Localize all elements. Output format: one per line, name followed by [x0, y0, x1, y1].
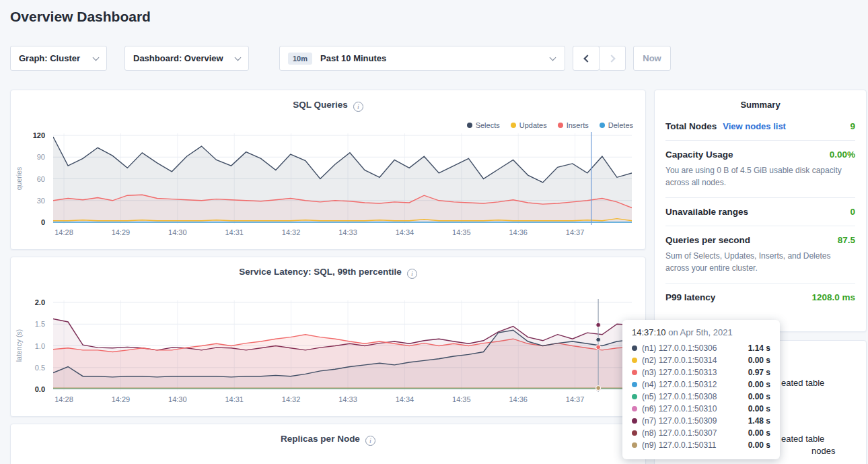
time-range-badge: 10m — [288, 53, 312, 65]
event-item-fragment[interactable]: nodes — [811, 446, 835, 456]
graph-dropdown-label: Graph: Cluster — [19, 53, 80, 63]
chevron-down-icon — [93, 54, 100, 61]
dashboard-dropdown-label: Dashboard: Overview — [133, 53, 223, 63]
time-range-dropdown[interactable]: 10m Past 10 Minutes — [279, 46, 565, 71]
tooltip-row: (n2) 127.0.0.1:503140.00 s — [632, 354, 770, 366]
y-tick-label: 2.0 — [21, 298, 45, 306]
time-prev-button[interactable] — [573, 46, 600, 71]
graph-dropdown[interactable]: Graph: Cluster — [10, 46, 107, 71]
x-tick-label: 14:31 — [225, 395, 244, 403]
series-dot — [632, 370, 637, 375]
legend-dot — [467, 123, 472, 128]
p99-latency-label: P99 latency — [665, 292, 715, 302]
tooltip-date: on Apr 5th, 2021 — [666, 327, 733, 337]
overview-dashboard-page: Overview Dashboard Graph: Cluster Dashbo… — [0, 0, 868, 464]
chevron-right-icon — [608, 55, 615, 62]
now-button[interactable]: Now — [633, 46, 671, 71]
chevron-down-icon — [235, 54, 242, 61]
tooltip-row: (n4) 127.0.0.1:503120.00 s — [632, 378, 770, 391]
summary-row-capacity: Capacity Usage 0.00% You are using 0 B o… — [665, 141, 855, 198]
chart-hover-tooltip: 14:37:10 on Apr 5th, 2021 (n1) 127.0.0.1… — [622, 320, 780, 459]
series-dot — [632, 345, 637, 351]
x-tick-label: 14:33 — [338, 395, 357, 403]
tooltip-row: (n5) 127.0.0.1:503080.00 s — [632, 391, 770, 403]
x-tick-label: 14:32 — [282, 228, 301, 236]
qps-label: Queries per second — [665, 235, 750, 245]
service-latency-chart[interactable] — [53, 299, 632, 392]
tooltip-row: (n3) 127.0.0.1:503130.97 s — [632, 366, 770, 378]
x-tick-label: 14:34 — [396, 228, 414, 236]
legend-dot — [558, 123, 563, 128]
x-tick-label: 14:28 — [55, 395, 73, 403]
time-next-button[interactable] — [599, 46, 626, 71]
x-tick-label: 14:35 — [452, 395, 471, 403]
series-dot — [632, 358, 637, 363]
summary-row-p99-latency: P99 latency 1208.0 ms — [665, 284, 855, 311]
tooltip-header: 14:37:10 on Apr 5th, 2021 — [632, 327, 770, 337]
x-tick-label: 14:35 — [452, 228, 471, 236]
x-axis-labels: 14:2814:2914:3014:3114:3214:3314:3414:35… — [53, 228, 632, 239]
series-dot — [632, 430, 637, 436]
page-title: Overview Dashboard — [10, 9, 151, 25]
x-axis-labels: 14:2814:2914:3014:3114:3214:3314:3414:35… — [53, 395, 632, 406]
tooltip-row: (n6) 127.0.0.1:503100.00 s — [632, 403, 770, 415]
event-item-fragment[interactable]: eated table — [781, 434, 824, 444]
x-tick-label: 14:37 — [566, 228, 585, 236]
x-tick-label: 14:32 — [282, 395, 301, 403]
summary-row-unavailable-ranges: Unavailable ranges 0 — [665, 198, 855, 226]
summary-heading: Summary — [665, 100, 855, 110]
tooltip-row: (n8) 127.0.0.1:503070.00 s — [632, 427, 770, 439]
x-tick-label: 14:29 — [112, 228, 131, 236]
tooltip-time: 14:37:10 — [632, 327, 666, 337]
sql-queries-chart[interactable] — [53, 132, 632, 225]
x-tick-label: 14:33 — [338, 228, 357, 236]
y-tick-label: 1.5 — [21, 320, 45, 328]
legend-item: Inserts — [558, 121, 589, 129]
y-tick-label: 0.5 — [21, 364, 45, 372]
legend-item: Deletes — [600, 121, 633, 129]
chevron-down-icon — [550, 54, 556, 61]
x-tick-label: 14:30 — [168, 228, 187, 236]
x-tick-label: 14:36 — [509, 395, 528, 403]
total-nodes-label: Total Nodes — [665, 121, 717, 131]
total-nodes-value: 9 — [850, 121, 855, 131]
series-dot — [632, 382, 637, 387]
event-item-fragment[interactable]: eated table — [781, 378, 824, 388]
info-icon[interactable]: i — [407, 269, 417, 279]
view-nodes-list-link[interactable]: View nodes list — [723, 121, 786, 131]
qps-description: Sum of Selects, Updates, Inserts, and De… — [665, 250, 855, 274]
service-latency-chart-panel: Service Latency: SQL, 99th percentilei l… — [10, 257, 646, 417]
chart-title: Service Latency: SQL, 99th percentilei — [11, 267, 645, 279]
unavailable-ranges-value: 0 — [850, 207, 855, 217]
chart-legend: Selects Updates Inserts Deletes — [467, 121, 633, 129]
tooltip-row: (n1) 127.0.0.1:503061.14 s — [632, 342, 770, 354]
legend-item: Selects — [467, 121, 500, 129]
now-button-label: Now — [643, 53, 661, 63]
x-tick-label: 14:36 — [509, 228, 528, 236]
legend-dot — [511, 123, 516, 128]
capacity-usage-label: Capacity Usage — [665, 150, 733, 160]
x-tick-label: 14:31 — [225, 228, 244, 236]
info-icon[interactable]: i — [353, 102, 363, 112]
chevron-left-icon — [583, 55, 591, 62]
y-tick-label: 0.0 — [21, 385, 45, 393]
chart-title: Replicas per Nodei — [11, 434, 645, 446]
sql-queries-chart-panel: SQL Queriesi Selects Updates Inserts Del… — [10, 90, 646, 250]
summary-row-total-nodes: Total Nodes View nodes list 9 — [665, 112, 855, 141]
info-icon[interactable]: i — [365, 436, 375, 446]
summary-row-qps: Queries per second 87.5 Sum of Selects, … — [665, 226, 855, 284]
y-tick-label: 30 — [21, 197, 45, 205]
capacity-usage-value: 0.00% — [830, 150, 855, 160]
p99-latency-value: 1208.0 ms — [811, 292, 855, 302]
series-dot — [632, 418, 637, 424]
x-tick-label: 14:29 — [112, 395, 131, 403]
qps-value: 87.5 — [838, 235, 855, 245]
replicas-per-node-chart-panel: Replicas per Nodei — [10, 424, 646, 464]
x-tick-label: 14:28 — [55, 228, 73, 236]
series-dot — [632, 394, 637, 399]
y-axis-labels: 0.00.51.01.52.0 — [21, 299, 49, 392]
y-tick-label: 0 — [21, 218, 45, 226]
y-tick-label: 60 — [21, 175, 45, 183]
x-tick-label: 14:30 — [168, 395, 187, 403]
dashboard-dropdown[interactable]: Dashboard: Overview — [124, 46, 249, 71]
